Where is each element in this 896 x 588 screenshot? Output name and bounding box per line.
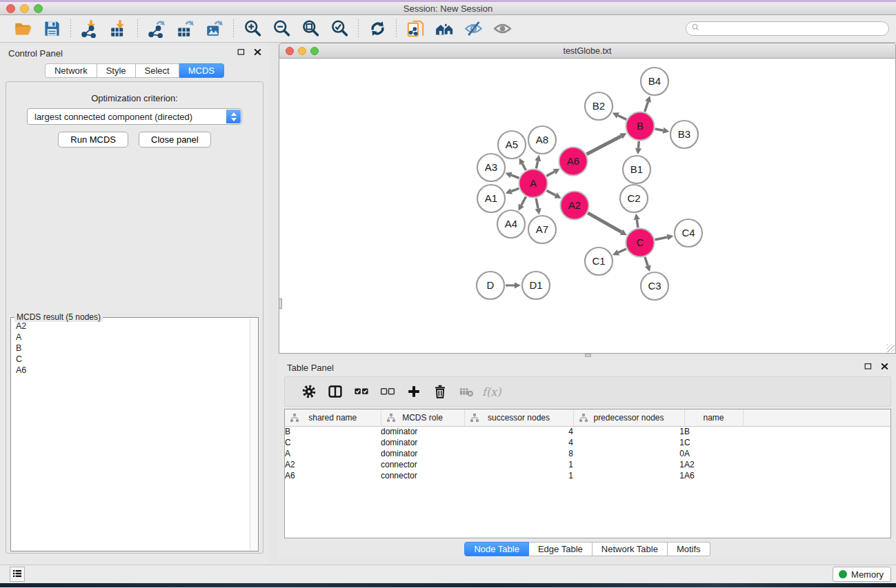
edge-B-B2[interactable]: [618, 115, 626, 119]
select-all-columns-icon[interactable]: [348, 379, 375, 404]
open-file-icon[interactable]: [8, 17, 37, 41]
graph-node-label: C1: [592, 255, 605, 267]
edge-A-A5[interactable]: [522, 163, 526, 170]
edge-A6-B[interactable]: [586, 136, 621, 154]
main-toolbar: [0, 15, 896, 43]
close-panel-icon[interactable]: [253, 48, 262, 57]
tree-icon: [386, 413, 396, 423]
edge-A-A3[interactable]: [511, 175, 519, 178]
duplicate-network-icon[interactable]: [401, 17, 430, 41]
edge-B-B3[interactable]: [655, 129, 664, 130]
window-resize-grip[interactable]: [886, 344, 895, 352]
network-window-titlebar[interactable]: testGlobe.txt: [279, 43, 896, 59]
export-table-icon[interactable]: [171, 17, 200, 41]
float-panel-icon[interactable]: [237, 48, 246, 57]
mcds-tab-content: Optimization criterion: largest connecte…: [6, 81, 263, 554]
gear-icon[interactable]: [296, 379, 322, 404]
close-window-button[interactable]: [6, 4, 15, 13]
edge-A-A2[interactable]: [546, 190, 555, 195]
float-table-panel-icon[interactable]: [864, 362, 873, 371]
add-column-icon[interactable]: [401, 379, 427, 404]
tab-mcds[interactable]: MCDS: [179, 63, 224, 78]
import-table-icon[interactable]: [104, 17, 133, 41]
run-mcds-button[interactable]: Run MCDS: [58, 132, 128, 148]
unselect-all-columns-icon[interactable]: [375, 379, 401, 404]
criterion-selected-value: largest connected component (directed): [28, 112, 192, 122]
edge-C-C2[interactable]: [637, 220, 638, 228]
zoom-selected-icon[interactable]: [325, 17, 354, 41]
column-header-shared-name[interactable]: shared name: [285, 409, 381, 426]
column-header-MCDS-role[interactable]: MCDS role: [381, 409, 464, 426]
table-row[interactable]: Adominator80A: [285, 448, 890, 459]
table-row[interactable]: A6connector11A6: [285, 470, 890, 481]
tab-node-table[interactable]: Node Table: [464, 542, 529, 556]
split-view-icon[interactable]: [322, 379, 348, 404]
network-close-button[interactable]: [286, 47, 294, 55]
zoom-out-icon[interactable]: [267, 17, 296, 41]
edge-A-A7[interactable]: [536, 199, 538, 209]
network-canvas[interactable]: B4B2BB3A8A5A6A3B1AA1C2A2A4A7C4CC1DC3D1: [279, 59, 896, 354]
mcds-result-item[interactable]: A: [12, 332, 249, 343]
tab-network-table[interactable]: Network Table: [593, 542, 668, 556]
mcds-result-item[interactable]: A6: [12, 365, 249, 376]
graph-node-label: B4: [648, 75, 661, 87]
edge-A-A8[interactable]: [536, 161, 537, 168]
tab-select[interactable]: Select: [136, 63, 179, 78]
edge-B-B4[interactable]: [645, 101, 648, 112]
table-row[interactable]: A2connector11A2: [285, 459, 890, 470]
graph-node-label: A3: [485, 161, 497, 173]
function-builder-icon[interactable]: f(x): [479, 379, 506, 404]
close-panel-button[interactable]: Close panel: [139, 132, 211, 148]
memory-button[interactable]: Memory: [833, 567, 891, 582]
export-network-icon[interactable]: [142, 17, 171, 41]
edge-arrowhead: [634, 214, 640, 221]
network-zoom-button[interactable]: [310, 47, 319, 55]
search-input[interactable]: [701, 23, 888, 34]
tab-style[interactable]: Style: [97, 63, 136, 78]
edge-A-A6[interactable]: [546, 172, 555, 176]
table-row[interactable]: Bdominator41B: [285, 426, 890, 437]
hide-graphics-details-icon[interactable]: [459, 17, 488, 41]
right-column: testGlobe.txt B4B2BB3A8A5A6A3B1AA1C2A2A4…: [279, 43, 896, 565]
column-header-successor-nodes[interactable]: successor nodes: [464, 409, 573, 426]
network-view-window: testGlobe.txt B4B2BB3A8A5A6A3B1AA1C2A2A4…: [279, 43, 896, 354]
delete-column-icon[interactable]: [427, 379, 453, 404]
tab-network[interactable]: Network: [45, 63, 97, 78]
zoom-fit-icon[interactable]: [296, 17, 325, 41]
zoom-window-button[interactable]: [34, 4, 43, 13]
column-header-name[interactable]: name: [684, 409, 743, 426]
canvas-left-divider-handle[interactable]: [279, 298, 282, 309]
graph-node-label: B: [637, 120, 644, 132]
mcds-result-item[interactable]: B: [12, 343, 249, 354]
show-graphics-details-icon[interactable]: [488, 17, 517, 41]
search-box[interactable]: [686, 21, 889, 36]
zoom-in-icon[interactable]: [238, 17, 267, 41]
edge-A-A4[interactable]: [521, 196, 526, 205]
tab-edge-table[interactable]: Edge Table: [529, 542, 593, 556]
edge-B-B1[interactable]: [638, 141, 639, 148]
mcds-result-item[interactable]: C: [12, 354, 249, 365]
network-minimize-button[interactable]: [298, 47, 306, 55]
task-history-button[interactable]: [10, 567, 25, 582]
close-table-panel-icon[interactable]: [880, 362, 889, 371]
tab-motifs[interactable]: Motifs: [668, 542, 710, 556]
minimize-window-button[interactable]: [20, 4, 29, 13]
edge-C-C4[interactable]: [655, 237, 668, 240]
toolbar-separator: [396, 19, 397, 39]
table-row[interactable]: Cdominator41C: [285, 437, 890, 448]
edge-C-C1[interactable]: [618, 249, 626, 252]
edge-A-A1[interactable]: [511, 188, 519, 191]
os-titlebar[interactable]: Session: New Session: [0, 2, 896, 15]
mcds-result-item[interactable]: A2: [12, 321, 249, 332]
delete-table-icon[interactable]: [453, 379, 479, 404]
overview-icon[interactable]: [430, 17, 459, 41]
edge-A2-C[interactable]: [588, 213, 621, 232]
column-header-predecessor-nodes[interactable]: predecessor nodes: [573, 409, 684, 426]
import-network-icon[interactable]: [75, 17, 104, 41]
edge-C-C3[interactable]: [645, 257, 648, 266]
refresh-view-icon[interactable]: [363, 17, 392, 41]
optimization-criterion-select[interactable]: largest connected component (directed): [27, 108, 242, 125]
result-list-scrollbar[interactable]: [250, 318, 257, 550]
export-image-icon[interactable]: [200, 17, 229, 41]
save-session-icon[interactable]: [37, 17, 66, 41]
